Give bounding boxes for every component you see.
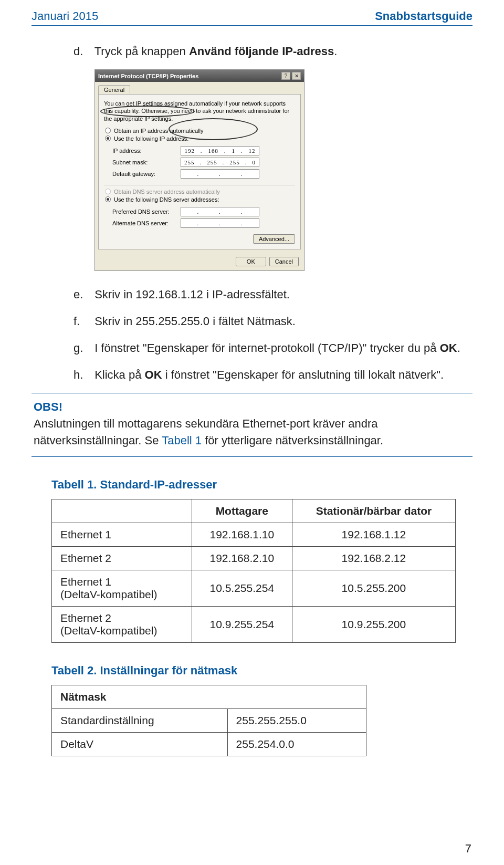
alternate-dns-field[interactable]: . . .	[181, 218, 259, 228]
obs-note: OBS! Anslutningen till mottagarens sekun…	[32, 393, 472, 456]
preferred-dns-field[interactable]: . . .	[181, 207, 259, 216]
table-row: Mottagare Stationär/bärbar dator	[52, 499, 456, 523]
table-row: Ethernet 1 (DeltaV-kompatibel) 10.5.255.…	[52, 570, 456, 606]
radio-use-ip[interactable]	[105, 136, 111, 141]
cell: Ethernet 2	[52, 546, 192, 570]
radio-obtain-ip[interactable]	[105, 128, 111, 133]
cell: 192.168.2.10	[192, 546, 292, 570]
cell: 10.5.255.200	[292, 570, 455, 606]
page-number: 7	[465, 842, 471, 856]
radio-use-dns[interactable]	[105, 196, 111, 202]
default-gateway-field[interactable]: . . .	[181, 169, 259, 179]
cell: 255.255.255.0	[227, 708, 366, 732]
tab-general[interactable]: General	[98, 85, 130, 94]
obs-rule-bottom	[32, 456, 472, 457]
step-d-post: .	[334, 45, 337, 58]
cell: 10.9.255.200	[292, 606, 455, 642]
cell: Ethernet 1 (DeltaV-kompatibel)	[52, 570, 192, 606]
table-row: DeltaV 255.254.0.0	[52, 732, 366, 756]
cell: Ethernet 2 (DeltaV-kompatibel)	[52, 606, 192, 642]
dialog-title: Internet Protocol (TCP/IP) Properties	[98, 73, 198, 79]
dialog-titlebar: Internet Protocol (TCP/IP) Properties ? …	[95, 70, 304, 82]
radio-use-ip-label: Use the following IP address:	[114, 136, 188, 142]
radio-obtain-dns	[105, 189, 111, 194]
help-icon[interactable]: ?	[281, 72, 290, 80]
header-guide-title: Snabbstartsguide	[375, 9, 472, 23]
obs-text-2: för ytterligare nätverksinställningar.	[202, 434, 383, 447]
cancel-button[interactable]: Cancel	[269, 257, 299, 266]
dialog-description: You can get IP settings assigned automat…	[104, 100, 295, 122]
tcpip-dialog: Internet Protocol (TCP/IP) Properties ? …	[94, 69, 304, 271]
step-h-bold: OK	[145, 368, 162, 381]
table-row: Ethernet 2 (DeltaV-kompatibel) 10.9.255.…	[52, 606, 456, 642]
advanced-button[interactable]: Advanced...	[253, 234, 295, 244]
cell: 192.168.1.10	[192, 523, 292, 546]
step-g-pre: I fönstret "Egenskaper för internet-prot…	[94, 341, 440, 355]
radio-obtain-dns-label: Obtain DNS server address automatically	[114, 189, 220, 195]
cell: 192.168.2.12	[292, 546, 455, 570]
step-h-post: i fönstret "Egenskaper för anslutning ti…	[162, 368, 444, 381]
step-g-bold: OK	[440, 341, 457, 355]
step-f-text: Skriv in 255.255.255.0 i fältet Nätmask.	[94, 315, 296, 328]
cell: 192.168.1.12	[292, 523, 455, 546]
step-d: d. Tryck på knappen Använd följande IP-a…	[74, 43, 472, 60]
table-row: Nätmask	[52, 685, 366, 708]
table2-head: Nätmask	[52, 685, 366, 708]
step-e: e. Skriv in 192.168.1.12 i IP-adressfält…	[74, 286, 472, 303]
step-h-marker: h.	[74, 366, 91, 383]
table2-title: Tabell 2. Inställningar för nätmask	[51, 664, 472, 678]
step-f-marker: f.	[74, 312, 91, 330]
table-row: Standardinställning 255.255.255.0	[52, 708, 366, 732]
label-ip-address: IP address:	[112, 148, 181, 154]
radio-use-dns-label: Use the following DNS server addresses:	[114, 196, 219, 203]
step-g-marker: g.	[74, 339, 91, 357]
step-d-bold: Använd följande IP-adress	[189, 45, 334, 58]
cell: 255.254.0.0	[227, 732, 366, 756]
label-default-gateway: Default gateway:	[112, 171, 181, 177]
ok-button[interactable]: OK	[236, 257, 266, 266]
header-rule	[32, 25, 472, 26]
subnet-mask-field[interactable]: 255.255.255.0	[181, 158, 259, 167]
table1: Mottagare Stationär/bärbar dator Etherne…	[51, 499, 456, 643]
cell: 10.5.255.254	[192, 570, 292, 606]
label-preferred-dns: Preferred DNS server:	[112, 209, 181, 215]
step-d-pre: Tryck på knappen	[94, 45, 189, 58]
close-icon[interactable]: ✕	[292, 72, 301, 80]
radio-obtain-ip-label: Obtain an IP address automatically	[114, 128, 203, 134]
cell: Standardinställning	[52, 708, 228, 732]
table1-title: Tabell 1. Standard-IP-adresser	[51, 478, 472, 492]
step-g-post: .	[457, 341, 460, 355]
table1-head-2: Stationär/bärbar dator	[292, 499, 455, 523]
step-f: f. Skriv in 255.255.255.0 i fältet Nätma…	[74, 312, 472, 330]
table1-head-1: Mottagare	[192, 499, 292, 523]
header-date: Januari 2015	[32, 9, 98, 23]
cell: DeltaV	[52, 732, 228, 756]
step-e-marker: e.	[74, 286, 91, 303]
label-alternate-dns: Alternate DNS server:	[112, 220, 181, 226]
obs-title: OBS!	[34, 400, 62, 413]
ip-address-field[interactable]: 192.168.1.12	[181, 146, 259, 155]
cell: Ethernet 1	[52, 523, 192, 546]
step-d-marker: d.	[74, 43, 91, 60]
step-h: h. Klicka på OK i fönstret "Egenskaper f…	[74, 366, 472, 383]
table2: Nätmask Standardinställning 255.255.255.…	[51, 685, 366, 756]
table1-head-0	[52, 499, 192, 523]
obs-link-tabell1: Tabell 1	[162, 434, 202, 447]
step-g: g. I fönstret "Egenskaper för internet-p…	[74, 339, 472, 357]
step-h-pre: Klicka på	[94, 368, 144, 381]
table-row: Ethernet 1 192.168.1.10 192.168.1.12	[52, 523, 456, 546]
step-e-text: Skriv in 192.168.1.12 i IP-adressfältet.	[94, 288, 290, 301]
label-subnet-mask: Subnet mask:	[112, 159, 181, 165]
table-row: Ethernet 2 192.168.2.10 192.168.2.12	[52, 546, 456, 570]
cell: 10.9.255.254	[192, 606, 292, 642]
